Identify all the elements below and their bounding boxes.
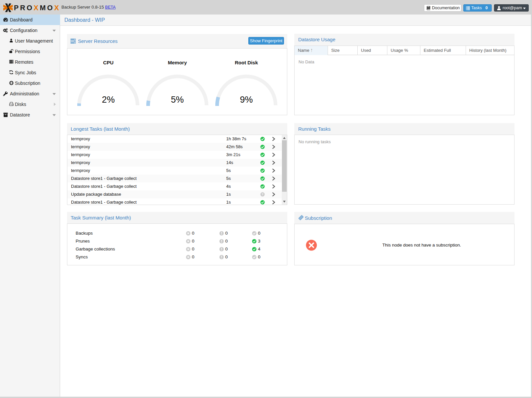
svg-text:?: ? (262, 192, 264, 196)
